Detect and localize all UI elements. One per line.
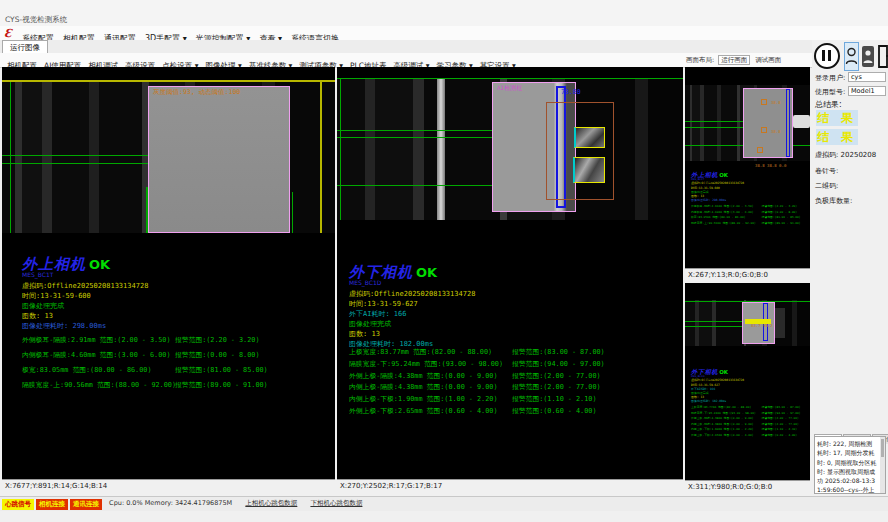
result-badge-top: 结 果 [816,110,858,126]
overlay-line-green [292,192,293,233]
login-user-label: 登录用户: [815,73,845,83]
mini-marker-orange [757,147,763,153]
info-line: 虚拟码:Offline20250208133134728 [349,289,475,299]
mini-orange-label: 38.8 [771,100,781,105]
info-line: 虚拟码:Offline20250208133134728 [22,281,148,291]
alarm-range: 报警范围:(1.10 - 2.10) [512,394,596,404]
camera-thumbnail-bottom[interactable]: 83.7 95.2 4.3 外下相机OK MES_BC1D 虚拟码:Offlin… [685,283,810,493]
user-icon [845,43,858,70]
camera-panel-outer-top[interactable]: 灰度阈值:93, 动态阈值:100 93.88 外上相机OK MES_BC1T … [2,67,335,492]
measurement-value: 外侧上极-下极:2.65mm 范围:(0.60 - 4.00) [349,406,498,416]
pause-icon [828,50,831,61]
info-line: 外下AI耗时: 166 [349,309,475,319]
pause-button[interactable] [814,43,840,69]
log-scrollbar[interactable] [880,437,885,493]
title-bar: CYS-视觉检测系统 [0,0,888,26]
camera-image[interactable]: 灰度阈值:93, 动态阈值:100 93.88 [2,82,335,233]
status-ok: OK [89,257,110,272]
neg-stock-label: 负极库数量: [815,196,852,206]
overlay-line-green [685,321,747,322]
mini-orange-label: 38.8 [771,129,781,134]
status-badge: 心跳信号 [2,499,34,510]
roi-rect-pink [148,86,290,233]
mini-dark-block [775,308,785,338]
info-line: 图数: 13 [22,311,148,321]
overlay-line-green [685,121,745,122]
result-badge-bottom: 结 果 [816,129,858,145]
overlay-line-green [685,326,747,327]
log-box[interactable]: 耗时: 222, 周期检测耗时: 17, 周期分发耗时: 0, 周期视取分区耗时… [814,436,886,494]
pixel-coordinate-footer: X:311;Y:980;R:0;G:0;B:0 [685,480,810,493]
status-badge: 相机连接 [36,499,68,510]
alarm-range: 报警范围:(0.00 - 8.00) [175,350,259,360]
camera-image-mini: 38.8 38.8 [685,85,810,161]
roi-rect-blue [786,89,790,157]
info-line: 时间:13-31-59-600 [22,291,148,301]
total-result-label: 总结果: [815,99,842,110]
camera-thumbnail-top[interactable]: 38.8 38.8 38.8 38.8 0.0 外上相机OK MES_BC1T … [685,67,810,281]
alarm-range: 报警范围:(81.00 - 85.00) [175,365,268,375]
result-text-block: 外上相机OK MES_BC1T 虚拟码:Offline2025020813313… [22,255,148,331]
alarm-range: 报警范围:(2.00 - 77.00) [512,371,601,381]
tab-row: 运行图像 [0,40,888,54]
roi-rect-yellow [573,157,605,183]
alarm-range: 报警范围:(2.20 - 3.20) [175,335,259,345]
model-field[interactable]: Model1 [848,86,886,96]
layout-tab-run[interactable]: 运行画面 [718,55,750,65]
threshold-overlay-label: 灰度阈值:93, 动态阈值:100 [153,88,240,97]
alarm-range: 报警范围:(0.60 - 4.00) [512,406,596,416]
status-badges: 心跳信号相机连接通讯连接 [2,497,104,516]
measure-value-label: 73.80 [561,88,581,96]
overlay-line-green [10,82,11,233]
measurement-value: 外侧上极-隔膜:4.38mm 范围:(0.00 - 9.00) [349,371,498,381]
qr-code-label: 二维码: [815,181,838,191]
exit-button[interactable] [877,44,888,69]
info-line: 时间:13-31-59-627 [349,299,475,309]
scrollbar-thumb [881,439,884,457]
camera-image[interactable]: AI检测框 73.80 [337,79,683,220]
status-ok: OK [416,265,437,280]
alarm-range: 报警范围:(94.00 - 97.00) [512,359,605,369]
pin-number-label: 卷针号: [815,166,838,176]
camera-image-mini: 83.7 95.2 4.3 [685,300,810,346]
upper-camera-heartbeat-link[interactable]: 上相机心跳包数据 [245,497,297,510]
login-user-field[interactable]: cys [848,72,886,82]
layout-label: 画面布局: [686,56,714,64]
mini-orange-label: 38.8 38.8 0.0 [755,163,786,168]
exit-door-icon [877,44,888,69]
measurement-value: 内侧极耳-隔膜:4.60mm 范围:(3.00 - 6.00) [22,350,171,360]
measurement-value: 极宽:83.05mm 范围:(80.00 - 86.00) [22,365,152,375]
operator-button[interactable] [862,46,874,67]
layout-header: 画面布局: 运行画面 调试画面 [686,53,810,67]
info-line: 图像处理耗时: 298.00ms [22,321,148,331]
overlay-line-green [685,127,745,128]
roi-rect-yellow [574,127,605,148]
status-badge: 通讯连接 [70,499,102,510]
tab-run-image[interactable]: 运行图像 [2,40,48,54]
layout-tab-debug[interactable]: 调试画面 [753,56,783,64]
app-window: CYS-视觉检测系统 Ɛ 系统配置相机配置通讯配置3D手配置 ▾光源控制配置 ▾… [0,0,888,522]
overlay-line-green [2,163,148,164]
overlay-line-yellow [320,82,322,233]
user-login-button[interactable] [844,42,859,71]
bright-edge [437,79,445,220]
measurement-value: 外侧极耳-隔膜:2.91mm 范围:(2.00 - 3.50) [22,335,171,345]
alarm-range: 报警范围:(2.00 - 77.00) [512,382,601,392]
measurement-value: 隔膜宽度-上:90.56mm 范围:(88.00 - 92.00) [22,380,176,390]
cpu-memory-text: Cpu: 0.0% Memory: 3424.41796875M [109,497,232,510]
mini-marker-orange [761,127,767,133]
camera-panel-outer-bottom[interactable]: AI检测框 73.80 外下相机OK MES_BC1D 虚拟码:Offline2… [337,67,683,492]
status-bar: 心跳信号相机连接通讯连接 Cpu: 0.0% Memory: 3424.4179… [0,496,888,511]
info-lines: 虚拟码:Offline20250208133134728时间:13-31-59-… [349,289,475,349]
lower-camera-heartbeat-link[interactable]: 下相机心跳包数据 [310,497,362,510]
measurement-value: 隔膜宽度-下:95.24mm 范围:(93.00 - 98.00) [349,359,503,369]
ai-box-label: AI检测框 [497,84,522,93]
pause-icon [822,50,825,61]
window-title: CYS-视觉检测系统 [5,15,67,25]
alarm-range: 报警范围:(83.00 - 87.00) [512,347,605,357]
measurement-value: 内侧上极-下极:1.90mm 范围:(1.00 - 2.20) [349,394,498,404]
info-line: 图像处理完成 [349,319,475,329]
measurement-value: 内侧上极-隔膜:4.38mm 范围:(0.00 - 9.00) [349,382,498,392]
result-text-block: 外下相机OK MES_BC1D 虚拟码:Offline2025020813313… [349,263,475,349]
right-sidebar: 登录用户: cys 使用型号: Model1 总结果: 结 果 结 果 虚拟码:… [812,40,888,496]
